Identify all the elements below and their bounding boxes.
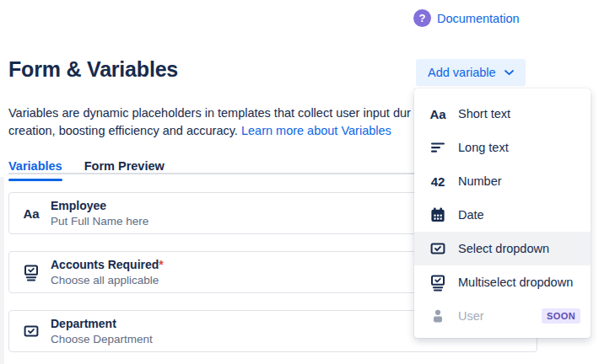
page-title: Form & Variables xyxy=(8,57,178,82)
tab-form-preview[interactable]: Form Preview xyxy=(84,159,165,181)
learn-more-link[interactable]: Learn more about Variables xyxy=(241,124,391,137)
menu-item-long-text[interactable]: Long text xyxy=(414,131,591,164)
chevron-down-icon xyxy=(505,70,514,76)
short-text-icon: Aa xyxy=(429,107,447,121)
documentation-label[interactable]: Documentation xyxy=(437,12,520,25)
number-icon: 42 xyxy=(429,174,447,189)
variable-subtitle: Put Full Name here xyxy=(51,214,148,228)
multiselect-dropdown-icon xyxy=(429,274,447,292)
menu-item-date[interactable]: Date xyxy=(414,198,591,232)
required-asterisk: * xyxy=(159,258,163,271)
variable-title: Employee xyxy=(51,199,148,213)
long-text-icon xyxy=(429,139,447,156)
variable-title: Accounts Required* xyxy=(51,258,164,272)
menu-item-select-dropdown[interactable]: Select dropdown xyxy=(414,232,591,265)
date-icon xyxy=(429,206,447,223)
soon-badge: SOON xyxy=(542,308,580,324)
description-line1: Variables are dynamic placeholders in te… xyxy=(8,106,411,120)
description-line2: creation, boosting efficiency and accura… xyxy=(8,124,241,137)
left-scroll-track xyxy=(0,177,4,364)
tab-bar: Variables Form Preview xyxy=(8,159,165,181)
menu-item-multiselect-dropdown[interactable]: Multiselect dropdown xyxy=(414,265,591,299)
tab-variables[interactable]: Variables xyxy=(8,159,62,181)
help-icon[interactable]: ? xyxy=(413,9,431,27)
page-description: Variables are dynamic placeholders in te… xyxy=(8,104,481,140)
variable-title: Department xyxy=(51,317,153,331)
multiselect-dropdown-icon xyxy=(21,264,41,281)
menu-item-short-text[interactable]: Aa Short text xyxy=(414,97,591,131)
add-variable-label: Add variable xyxy=(428,66,496,79)
add-variable-button[interactable]: Add variable xyxy=(416,59,526,86)
select-dropdown-icon xyxy=(21,323,41,340)
menu-item-number[interactable]: 42 Number xyxy=(414,164,591,198)
documentation-link[interactable]: ? Documentation xyxy=(413,9,520,27)
add-variable-dropdown-menu: Aa Short text Long text 42 Number xyxy=(414,88,591,338)
short-text-icon: Aa xyxy=(21,206,41,221)
variable-subtitle: Choose Department xyxy=(51,332,153,346)
user-icon xyxy=(429,308,447,324)
variable-subtitle: Choose all applicable xyxy=(51,273,164,287)
menu-item-user: User SOON xyxy=(414,299,591,333)
select-dropdown-icon xyxy=(429,240,447,257)
